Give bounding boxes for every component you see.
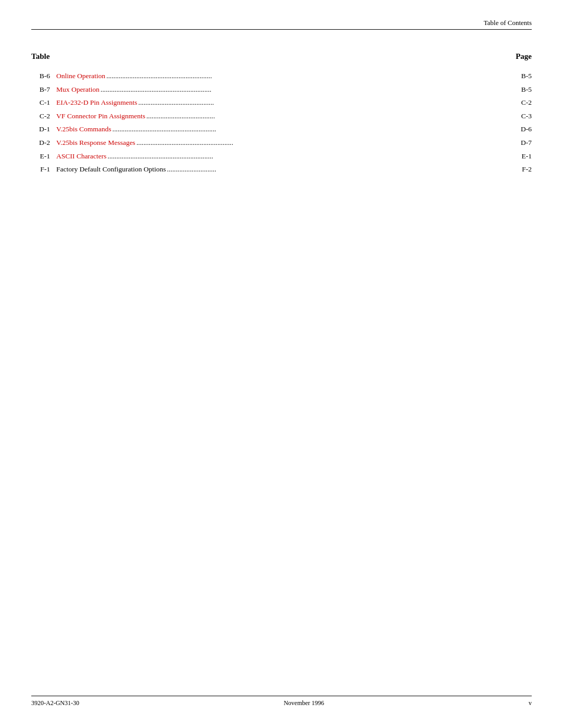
table-row: D-2V.25bis Response Messages ...........…	[31, 137, 532, 149]
footer-right: v	[529, 699, 532, 707]
main-content: Table Page B-6Online Operation .........…	[31, 52, 532, 177]
toc-entry-dots: ........................................…	[105, 70, 513, 82]
toc-entry-number: C-1	[31, 97, 56, 108]
toc-entry-page: D-6	[513, 124, 532, 135]
table-row: D-1V.25bis Commands ....................…	[31, 124, 532, 135]
table-row: C-1EIA-232-D Pin Assignments ...........…	[31, 97, 532, 108]
toc-entry-dots: ............................	[166, 164, 513, 175]
toc-header-row: Table Page	[31, 52, 532, 63]
toc-entry-label[interactable]: V.25bis Commands	[56, 124, 112, 135]
toc-col-table: Table	[31, 52, 50, 61]
header-title: Table of Contents	[484, 19, 532, 27]
toc-entry-dots: ........................................…	[112, 124, 513, 135]
toc-entry-number: D-1	[31, 124, 56, 135]
table-row: E-1ASCII Characters ....................…	[31, 151, 532, 162]
table-row: B-7Mux Operation .......................…	[31, 84, 532, 95]
toc-entry-dots: ........................................…	[106, 151, 513, 162]
toc-entry-number: B-7	[31, 84, 56, 95]
toc-entry-number: B-6	[31, 70, 56, 82]
footer-left: 3920-A2-GN31-30	[31, 699, 79, 707]
toc-entry-page: E-1	[513, 151, 532, 162]
toc-entry-label[interactable]: VF Connector Pin Assignments	[56, 110, 145, 122]
page-container: Table of Contents Table Page B-6Online O…	[0, 0, 563, 728]
toc-entry-number: E-1	[31, 151, 56, 162]
toc-entry-label[interactable]: V.25bis Response Messages	[56, 137, 136, 149]
toc-entry-dots: ........................................…	[100, 84, 513, 95]
toc-col-page: Page	[516, 52, 532, 61]
toc-entry-dots: .......................................	[145, 110, 513, 122]
toc-entry-page: C-2	[513, 97, 532, 108]
toc-entry-page: B-5	[513, 70, 532, 82]
toc-entry-page: C-3	[513, 110, 532, 122]
toc-entry-dots: ........................................…	[136, 137, 513, 149]
toc-entry-label[interactable]: Online Operation	[56, 70, 105, 82]
table-row: F-1Factory Default Configuration Options…	[31, 164, 532, 175]
toc-entry-label[interactable]: EIA-232-D Pin Assignments	[56, 97, 137, 108]
toc-entry-label: Factory Default Configuration Options	[56, 164, 166, 175]
toc-entries: B-6Online Operation ....................…	[31, 70, 532, 175]
table-row: B-6Online Operation ....................…	[31, 70, 532, 82]
toc-entry-label[interactable]: Mux Operation	[56, 84, 100, 95]
toc-entry-label[interactable]: ASCII Characters	[56, 151, 106, 162]
toc-entry-number: F-1	[31, 164, 56, 175]
toc-entry-page: F-2	[513, 164, 532, 175]
page-header: Table of Contents	[31, 19, 532, 30]
table-row: C-2VF Connector Pin Assignments ........…	[31, 110, 532, 122]
toc-entry-number: C-2	[31, 110, 56, 122]
toc-entry-number: D-2	[31, 137, 56, 149]
toc-entry-dots: ........................................…	[137, 97, 513, 108]
footer-center: November 1996	[284, 699, 324, 707]
page-footer: 3920-A2-GN31-30 November 1996 v	[31, 696, 532, 707]
toc-entry-page: D-7	[513, 137, 532, 149]
toc-entry-page: B-5	[513, 84, 532, 95]
